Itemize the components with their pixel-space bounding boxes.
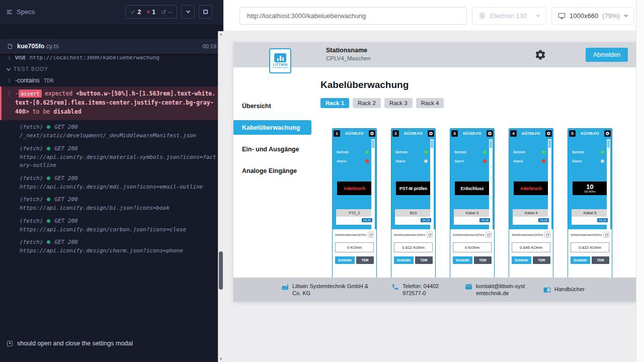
footer-manuals[interactable]: Handbücher <box>543 286 585 294</box>
alarm-led <box>365 159 369 163</box>
device-model-label: KÜ705-FO <box>459 131 486 136</box>
scroll-up-arrow[interactable]: ▲ <box>218 33 223 36</box>
fetch-status: GET 200 <box>54 218 77 224</box>
tab-rack-3[interactable]: Rack 3 <box>384 98 413 108</box>
schleife-button[interactable]: Schleife <box>335 256 355 264</box>
sidebar-item-analoge-eingaenge[interactable]: Analoge Eingänge <box>233 163 311 178</box>
status-display: PST-M prüfen <box>396 182 431 195</box>
status-display: Aderbruch <box>514 182 549 195</box>
card-scrollbar-thumb[interactable] <box>548 140 551 148</box>
card-scrollbar-thumb[interactable] <box>490 140 492 148</box>
refresh-button[interactable] <box>486 232 492 238</box>
fetch-label: (fetch) <box>20 124 43 130</box>
fetch-log-row[interactable]: (fetch) GET 200 https://api.iconify.desi… <box>0 172 223 194</box>
settings-gear-icon[interactable] <box>534 49 546 61</box>
failed-assert-row[interactable]: 2 -assertexpected <button.w-[50%].h-[1.5… <box>0 86 223 120</box>
footer-email[interactable]: kontakt@littwin-systemtechnik.de <box>465 283 526 297</box>
browser-select[interactable]: Electron 130 <box>472 7 546 25</box>
url-input[interactable] <box>239 7 467 25</box>
assert-to-be: to be <box>33 108 50 115</box>
spec-name[interactable]: kue705fo.cy.ts <box>17 43 58 50</box>
device-settings-button[interactable] <box>428 130 434 137</box>
refresh-button[interactable] <box>603 232 609 238</box>
scrollbar-thumb[interactable] <box>219 251 223 290</box>
gear-icon <box>370 131 374 136</box>
window-scrollbar[interactable] <box>636 0 644 362</box>
betrieb-led <box>601 150 604 154</box>
command-arg: http://localhost:3000/kabelueberwachung <box>30 56 159 61</box>
contains-command-row[interactable]: 1 -contains TDR <box>0 75 223 85</box>
tdr-button[interactable]: TDR <box>415 256 433 264</box>
refresh-button[interactable] <box>368 232 374 238</box>
fetch-log-row[interactable]: (fetch) GET 200 https://api.iconify.desi… <box>0 215 223 237</box>
firmware-version-badge: V4.19 <box>362 218 372 222</box>
next-test-title[interactable]: should open and close the settings modal <box>0 335 223 347</box>
tdr-button[interactable]: TDR <box>474 256 492 264</box>
fetch-log-row[interactable]: (fetch) GET 200 https://api.iconify.desi… <box>0 194 223 215</box>
tdr-button[interactable]: TDR <box>356 256 374 264</box>
command-name: visit <box>15 56 26 61</box>
card-scrollbar-thumb[interactable] <box>431 140 433 148</box>
device-settings-button[interactable] <box>604 130 611 137</box>
tab-rack-1[interactable]: Rack 1 <box>320 98 349 108</box>
firmware-version-badge: V4.19 <box>597 218 607 222</box>
status-text: PST-M prüfen <box>399 186 427 191</box>
passed-count: 2 <box>138 9 141 16</box>
logout-button[interactable]: Abmelden <box>586 48 628 62</box>
device-number-badge: 1 <box>334 130 340 137</box>
chevron-down-icon <box>536 13 540 17</box>
line-number: 2 <box>2 89 15 96</box>
cable-name: Kabel 4 <box>513 209 550 217</box>
refresh-button[interactable] <box>544 232 550 238</box>
tab-rack-4[interactable]: Rack 4 <box>416 98 444 108</box>
specs-button[interactable]: Specs <box>6 8 35 16</box>
sidebar-item-uebersicht[interactable]: Übersicht <box>233 99 311 113</box>
chevron-down-icon <box>624 13 628 17</box>
device-settings-button[interactable] <box>369 130 375 137</box>
visit-command-row[interactable]: 1 visit http://localhost:3000/kabelueber… <box>0 56 223 62</box>
card-scrollbar-thumb[interactable] <box>372 140 374 148</box>
device-settings-button[interactable] <box>487 130 493 137</box>
tdr-button[interactable]: TDR <box>533 256 550 264</box>
schleife-button[interactable]: Schleife <box>394 256 414 264</box>
device-card-4: 4 KÜ705-FO Betrieb Alarm Aderbruch <box>509 128 553 278</box>
reporter-scrollbar[interactable]: ▲ ▼ <box>218 31 223 362</box>
reporter-toolbar: Specs ✓ 2 × 1 ↺ -- <box>0 0 223 24</box>
runner-toolbar: Electron 130 1000x660 (79%) <box>223 0 636 31</box>
schleife-button[interactable]: Schleife <box>571 256 590 264</box>
device-card-header: 3 KÜ705-FO <box>450 129 494 138</box>
tab-rack-2[interactable]: Rack 2 <box>353 98 381 108</box>
collapse-button[interactable] <box>181 5 195 19</box>
brand-name: LITTWIN <box>273 63 287 66</box>
measurement-section: Schleifenwiderstand [kOhm] 0 KOhm Schlei… <box>450 229 494 278</box>
measurement-label: Schleifenwiderstand [kOhm] <box>512 233 543 236</box>
measurement-value: 0.822 KOhm <box>571 242 609 252</box>
email-address: kontakt@littwin-systemtechnik.de <box>476 283 526 297</box>
restart-icon: ↺ <box>161 9 166 16</box>
sidebar-item-kabelueberwachung[interactable]: Kabelüberwachung <box>233 120 311 135</box>
viewport-size: 1000x660 <box>570 12 598 20</box>
scroll-down-arrow[interactable]: ▼ <box>218 357 223 360</box>
status-passed-dot <box>47 240 50 244</box>
stop-button[interactable] <box>199 5 212 19</box>
device-settings-button[interactable] <box>545 130 552 137</box>
viewport-select[interactable]: 1000x660 (79%) <box>551 7 634 25</box>
gear-icon <box>488 131 492 136</box>
test-body-section[interactable]: TEST BODY <box>0 62 223 75</box>
measurement-section: Schleifenwiderstand [kOhm] 0.812 KOhm Sc… <box>391 229 435 278</box>
fetch-log-row[interactable]: (fetch) GET 200 /_next/static/developmen… <box>0 121 223 143</box>
card-scrollbar-thumb[interactable] <box>607 140 610 148</box>
fetch-url: https://api.iconify.design/carbon.json?i… <box>20 226 216 234</box>
device-card-header: 4 KÜ705-FO <box>509 129 553 138</box>
fetch-log-row[interactable]: (fetch) GET 200 https://api.iconify.desi… <box>0 236 223 258</box>
test-icon <box>7 341 13 346</box>
sidebar-item-ein-und-ausgaenge[interactable]: Ein- und Ausgänge <box>233 142 311 156</box>
fetch-log-row[interactable]: (fetch) GET 200 https://api.iconify.desi… <box>0 143 223 172</box>
tdr-button[interactable]: TDR <box>592 256 609 264</box>
schleife-button[interactable]: Schleife <box>512 256 531 264</box>
firmware-version-badge: V4.19 <box>479 218 490 222</box>
test-stats: ✓ 2 × 1 ↺ -- <box>125 5 177 19</box>
schleife-button[interactable]: Schleife <box>453 256 472 264</box>
refresh-button[interactable] <box>427 232 433 238</box>
status-text: 10 <box>586 184 593 190</box>
